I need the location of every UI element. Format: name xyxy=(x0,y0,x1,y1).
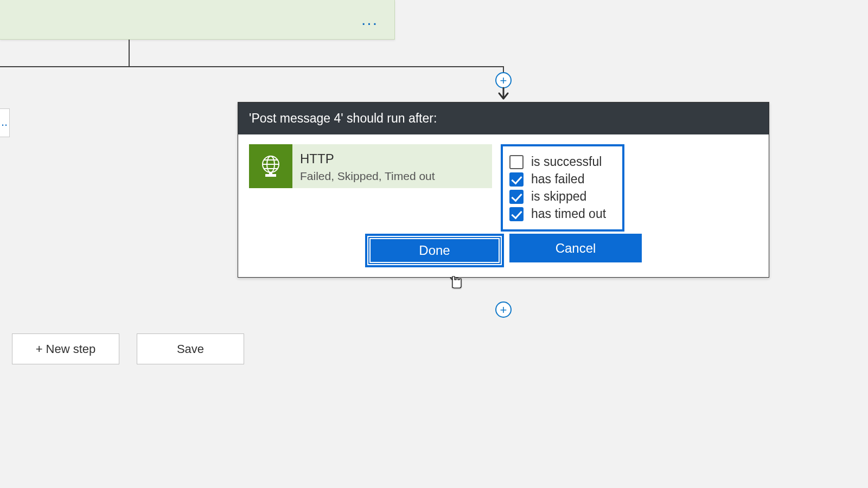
condition-has-failed[interactable]: has failed xyxy=(509,172,615,187)
predecessor-action-row[interactable]: HTTP Failed, Skipped, Timed out xyxy=(249,144,492,188)
flow-connector xyxy=(0,66,504,67)
run-after-conditions: is successful has failed is skipped has … xyxy=(501,144,624,232)
previous-step-card[interactable]: ... xyxy=(0,0,395,40)
clipped-card-fragment: .. xyxy=(0,108,10,137)
checkbox-icon[interactable] xyxy=(509,190,524,204)
insert-step-icon[interactable]: + xyxy=(495,72,512,88)
condition-label: is successful xyxy=(531,155,602,169)
predecessor-status: Failed, Skipped, Timed out xyxy=(300,170,435,183)
condition-label: has failed xyxy=(531,172,584,187)
save-button[interactable]: Save xyxy=(137,333,244,364)
condition-label: has timed out xyxy=(531,207,606,221)
svg-rect-6 xyxy=(269,172,272,175)
done-button[interactable]: Done xyxy=(368,237,501,264)
flow-connector xyxy=(129,40,130,66)
run-after-panel: 'Post message 4' should run after: HTTP … xyxy=(238,102,769,278)
done-button-highlight: Done xyxy=(365,234,504,267)
condition-is-skipped[interactable]: is skipped xyxy=(509,189,615,204)
checkbox-icon[interactable] xyxy=(509,155,524,169)
panel-title: 'Post message 4' should run after: xyxy=(238,102,769,134)
arrow-down-icon xyxy=(497,87,510,102)
cancel-button[interactable]: Cancel xyxy=(509,234,642,262)
condition-is-successful[interactable]: is successful xyxy=(509,155,615,169)
condition-label: is skipped xyxy=(531,189,586,204)
condition-has-timed-out[interactable]: has timed out xyxy=(509,207,615,221)
more-options-icon[interactable]: ... xyxy=(361,10,378,29)
predecessor-name: HTTP xyxy=(300,151,435,166)
checkbox-icon[interactable] xyxy=(509,172,524,187)
panel-body: HTTP Failed, Skipped, Timed out is succe… xyxy=(238,134,769,229)
http-globe-icon xyxy=(249,144,292,188)
checkbox-icon[interactable] xyxy=(509,207,524,221)
new-step-button[interactable]: + New step xyxy=(12,333,119,364)
panel-footer: Done Cancel xyxy=(238,229,769,277)
insert-step-icon[interactable]: + xyxy=(495,301,512,318)
